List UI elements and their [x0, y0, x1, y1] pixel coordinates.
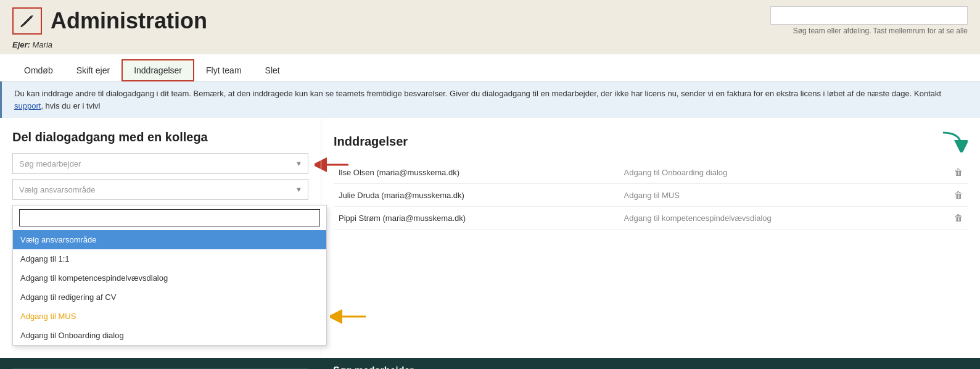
tabs-row: Omdøb Skift ejer Inddragelser Flyt team … — [0, 54, 980, 81]
dropdown-search-input[interactable] — [19, 209, 320, 226]
right-search-box: Søg medarbejder Du kan søge efter navn, … — [321, 358, 980, 369]
delete-inv-2[interactable]: 🗑 — [954, 213, 963, 223]
team-search-input[interactable] — [770, 6, 968, 25]
tab-flyt-team[interactable]: Flyt team — [194, 60, 253, 81]
info-text: Du kan inddrage andre til dialogadgang i… — [14, 89, 941, 110]
delete-inv-1[interactable]: 🗑 — [954, 190, 963, 200]
table-row: Julie Druda (maria@musskema.dk) Adgang t… — [334, 184, 968, 207]
page-title: Administration — [51, 8, 207, 34]
info-box: Du kan inddrage andre til dialogadgang i… — [0, 81, 980, 118]
owner-name: Maria — [33, 40, 53, 49]
inv-action-1: 🗑 — [904, 184, 968, 207]
two-col: Del dialogadgang med en kollega Søg meda… — [0, 118, 980, 358]
employee-select[interactable]: Søg medarbejder — [12, 153, 308, 174]
inv-access-2: Adgang til kompetencespindelvævsdialog — [619, 207, 905, 230]
main-content: Omdøb Skift ejer Inddragelser Flyt team … — [0, 54, 980, 369]
tab-inddragelser[interactable]: Inddragelser — [121, 59, 194, 81]
involvements-table: Ilse Olsen (maria@musskema.dk) Adgang ti… — [334, 161, 968, 230]
inv-name-1: Julie Druda (maria@musskema.dk) — [334, 184, 619, 207]
search-panel-header: Søg medarbejder Du kan søge efter navn, … — [321, 358, 980, 369]
bottom-section: ⧉ ✏ − ⧉ ✏ − ⧉ ✏ − Jarlene Nielsen — [0, 358, 980, 369]
left-section-title: Del dialogadgang med en kollega — [12, 130, 308, 144]
employee-select-wrapper: Søg medarbejder ▼ — [12, 153, 308, 174]
area-select[interactable]: Vælg ansvarsområde — [12, 179, 308, 200]
dropdown-item-5[interactable]: Adgang til Onboarding dialog — [13, 326, 326, 345]
pencil-icon — [19, 12, 36, 30]
tab-slet[interactable]: Slet — [253, 60, 292, 81]
delete-inv-0[interactable]: 🗑 — [954, 167, 963, 177]
tab-skift-ejer[interactable]: Skift ejer — [65, 60, 121, 81]
table-row: Ilse Olsen (maria@musskema.dk) Adgang ti… — [334, 161, 968, 184]
involvements-title: Inddragelser — [334, 135, 408, 149]
yellow-arrow — [330, 309, 368, 324]
dropdown-item-1[interactable]: Adgang til 1:1 — [13, 249, 326, 268]
right-col: Inddragelser Ilse Olsen (maria@musskema.… — [321, 118, 980, 358]
inv-name-0: Ilse Olsen (maria@musskema.dk) — [334, 161, 619, 184]
owner-label: Ejer: — [12, 40, 30, 49]
green-arrow — [938, 130, 968, 152]
search-panel-title: Søg medarbejder — [333, 365, 968, 369]
dropdown-container: Vælg ansvarsområde Adgang til 1:1 Adgang… — [12, 205, 327, 346]
inv-name-2: Pippi Strøm (maria@musskema.dk) — [334, 207, 619, 230]
area-select-wrapper: Vælg ansvarsområde ▼ — [12, 179, 308, 200]
inv-access-1: Adgang til MUS — [619, 184, 905, 207]
dropdown-item-3[interactable]: Adgang til redigering af CV — [13, 288, 326, 307]
inv-action-2: 🗑 — [904, 207, 968, 230]
top-bar: Administration Søg team eller afdeling. … — [0, 0, 980, 38]
top-search-area: Søg team eller afdeling. Tast mellemrum … — [770, 6, 968, 35]
bottom-left: ⧉ ✏ − ⧉ ✏ − ⧉ ✏ − Jarlene Nielsen — [0, 358, 321, 369]
dark-panel: ⧉ ✏ − ⧉ ✏ − ⧉ ✏ − — [0, 358, 321, 369]
title-area: Administration — [12, 7, 207, 35]
inv-access-0: Adgang til Onboarding dialog — [619, 161, 905, 184]
pencil-icon-box[interactable] — [12, 7, 42, 35]
support-link[interactable]: support — [14, 101, 41, 110]
search-hint: Søg team eller afdeling. Tast mellemrum … — [793, 27, 968, 35]
inv-action-0: 🗑 — [904, 161, 968, 184]
table-row: Pippi Strøm (maria@musskema.dk) Adgang t… — [334, 207, 968, 230]
left-col: Del dialogadgang med en kollega Søg meda… — [0, 118, 321, 358]
tab-omdb[interactable]: Omdøb — [12, 60, 65, 81]
dropdown-item-0[interactable]: Vælg ansvarsområde — [13, 230, 326, 249]
dropdown-item-2[interactable]: Adgang til kompetencespindelvævsdialog — [13, 268, 326, 288]
owner-row: Ejer: Maria — [0, 38, 980, 54]
dropdown-item-4[interactable]: Adgang til MUS — [13, 307, 326, 326]
